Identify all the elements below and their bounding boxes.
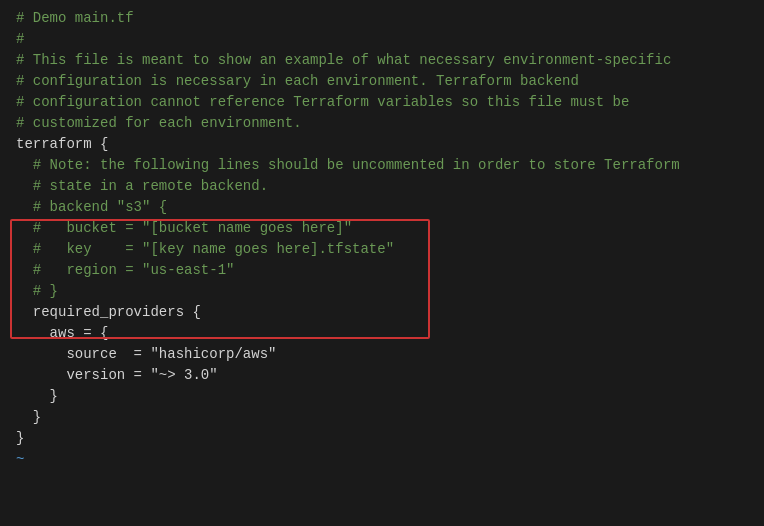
- code-line-3: # This file is meant to show an example …: [0, 50, 764, 71]
- code-line-13: # bucket = "[bucket name goes here]": [0, 218, 764, 239]
- code-line-20: source = "hashicorp/aws": [0, 344, 764, 365]
- code-line-12: # backend "s3" {: [0, 197, 764, 218]
- code-line-14: # key = "[key name goes here].tfstate": [0, 239, 764, 260]
- code-line-25: ~: [0, 449, 764, 470]
- code-line-1: # Demo main.tf: [0, 8, 764, 29]
- code-line-22: }: [0, 386, 764, 407]
- code-line-6: # customized for each environment.: [0, 113, 764, 134]
- code-line-4: # configuration is necessary in each env…: [0, 71, 764, 92]
- code-editor: # Demo main.tf # # This file is meant to…: [0, 0, 764, 526]
- code-line-19: aws = {: [0, 323, 764, 344]
- code-line-21: version = "~> 3.0": [0, 365, 764, 386]
- code-line-24: }: [0, 428, 764, 449]
- code-line-18: required_providers {: [0, 302, 764, 323]
- code-line-8: terraform {: [0, 134, 764, 155]
- code-line-10: # state in a remote backend.: [0, 176, 764, 197]
- code-line-9: # Note: the following lines should be un…: [0, 155, 764, 176]
- code-line-16: # }: [0, 281, 764, 302]
- code-line-2: #: [0, 29, 764, 50]
- code-line-15: # region = "us-east-1": [0, 260, 764, 281]
- code-line-23: }: [0, 407, 764, 428]
- code-line-5: # configuration cannot reference Terrafo…: [0, 92, 764, 113]
